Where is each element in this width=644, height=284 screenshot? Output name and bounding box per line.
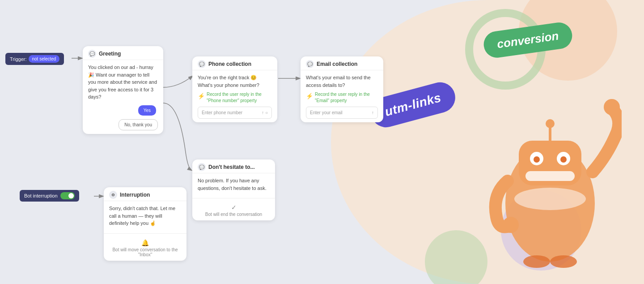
svg-point-10: [523, 255, 550, 268]
greeting-text: You clicked on our ad - hurray 🎉 Want ou…: [88, 65, 157, 99]
svg-point-11: [550, 255, 577, 268]
interruption-footer-text: Bot will move conversation to the "Inbox…: [112, 247, 178, 257]
no-button[interactable]: No, thank you: [119, 119, 158, 130]
email-input-icon: ↑: [372, 109, 374, 116]
dont-hesitate-node: 💬 Don't hesitate to... No problem. If yo…: [192, 159, 275, 220]
greeting-title: Greeting: [99, 51, 121, 57]
hesitate-footer: ✓ Bot will end the conversation: [192, 201, 275, 220]
trigger-node: Trigger: not selected: [5, 53, 64, 65]
greeting-icon: 💬: [88, 50, 96, 58]
email-ai-row: ⚡ Record the user reply in the "Email" p…: [306, 91, 378, 104]
hesitate-title: Don't hesitate to...: [208, 164, 255, 170]
hesitate-icon: 💬: [198, 163, 206, 171]
phone-header: 💬 Phone collection: [192, 56, 277, 70]
email-collection-node: 💬 Email collection What's your email to …: [301, 56, 383, 122]
greeting-buttons: Yes No, thank you: [88, 103, 158, 130]
yes-button[interactable]: Yes: [138, 105, 156, 116]
email-body: What's your email to send the access det…: [301, 70, 383, 122]
svg-point-4: [534, 156, 540, 163]
interruption-text: Sorry, didn't catch that. Let me call a …: [109, 206, 175, 226]
interruption-icon: ⊖: [109, 191, 117, 199]
email-ai-text: Record the user reply in the "Email" pro…: [315, 91, 378, 104]
email-placeholder: Enter your email: [310, 109, 343, 116]
phone-collection-node: 💬 Phone collection You're on the right t…: [192, 56, 277, 122]
hesitate-footer-text: Bot will end the conversation: [205, 212, 262, 217]
phone-body: You're on the right track 😊 What's your …: [192, 70, 277, 122]
svg-point-5: [560, 156, 567, 163]
email-title: Email collection: [317, 61, 357, 67]
interruption-node: ⊖ Interruption Sorry, didn't catch that.…: [104, 187, 186, 261]
trigger-text: Trigger:: [10, 56, 27, 62]
hesitate-text: No problem. If you have any questions, d…: [198, 178, 267, 191]
robot-illustration: [479, 51, 622, 284]
email-text: What's your email to send the access det…: [306, 75, 371, 88]
trigger-value[interactable]: not selected: [29, 55, 60, 63]
interruption-divider: [104, 233, 186, 234]
svg-point-13: [546, 119, 555, 128]
phone-title: Phone collection: [208, 61, 251, 67]
bot-int-text: Bot interruption: [24, 193, 58, 198]
phone-ai-icon: ⚡: [198, 92, 205, 101]
phone-input-icon: ↑ ○: [262, 109, 268, 116]
flow-arrows: [0, 0, 389, 284]
hesitate-footer-icon: ✓: [198, 204, 270, 211]
email-input[interactable]: Enter your email ↑: [306, 107, 378, 119]
svg-point-9: [604, 99, 620, 115]
greeting-node: 💬 Greeting You clicked on our ad - hurra…: [83, 46, 163, 134]
greeting-header: 💬 Greeting: [83, 46, 163, 60]
interruption-footer: 🔔 Bot will move conversation to the "Inb…: [104, 237, 186, 261]
email-header: 💬 Email collection: [301, 56, 383, 70]
bot-int-toggle[interactable]: [60, 192, 75, 199]
interruption-footer-icon: 🔔: [109, 239, 181, 246]
interruption-header: ⊖ Interruption: [104, 187, 186, 201]
phone-input[interactable]: Enter phone number ↑ ○: [198, 107, 272, 119]
svg-point-7: [514, 188, 586, 210]
email-icon: 💬: [306, 60, 314, 68]
conversion-label: conversion: [496, 29, 560, 51]
greeting-body: You clicked on our ad - hurray 🎉 Want ou…: [83, 60, 163, 134]
utm-label: utm-links: [383, 90, 443, 119]
hesitate-body: No problem. If you have any questions, d…: [192, 173, 275, 195]
phone-ai-text: Record the user reply in the "Phone numb…: [207, 91, 272, 104]
bot-int-label: Bot interruption: [20, 190, 79, 202]
phone-placeholder: Enter phone number: [202, 109, 242, 116]
hesitate-divider: [192, 198, 275, 198]
trigger-label: Trigger: not selected: [5, 53, 64, 65]
interruption-body: Sorry, didn't catch that. Let me call a …: [104, 201, 186, 231]
phone-text: You're on the right track 😊 What's your …: [198, 75, 259, 88]
svg-rect-6: [525, 171, 575, 181]
hesitate-header: 💬 Don't hesitate to...: [192, 159, 275, 173]
phone-ai-row: ⚡ Record the user reply in the "Phone nu…: [198, 91, 272, 104]
interruption-title: Interruption: [120, 192, 150, 198]
phone-icon: 💬: [198, 60, 206, 68]
flow-canvas: Trigger: not selected 💬 Greeting You cli…: [0, 0, 389, 284]
bot-interruption-trigger: Bot interruption: [20, 190, 79, 202]
email-ai-icon: ⚡: [306, 92, 313, 101]
svg-point-8: [503, 217, 519, 233]
